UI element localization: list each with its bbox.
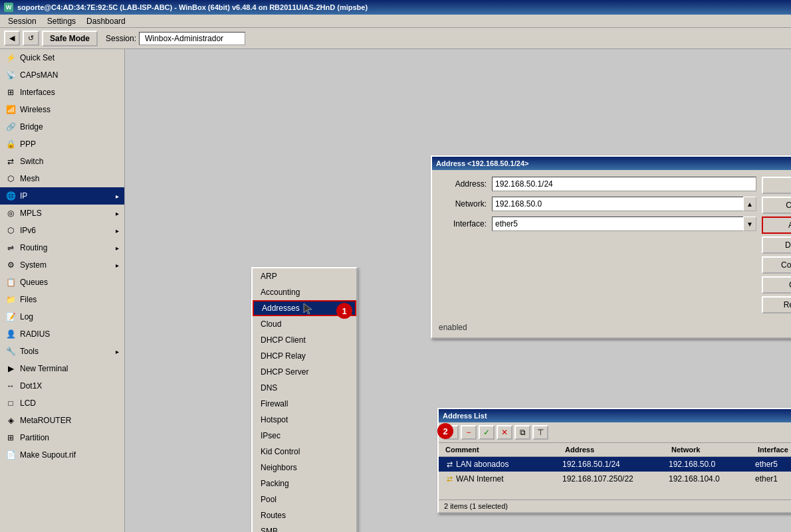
header-comment[interactable]: Comment xyxy=(443,444,562,455)
sidebar-item-make-supout[interactable]: 📄 Make Supout.rif xyxy=(0,446,124,464)
refresh-button[interactable]: ↺ xyxy=(23,31,39,46)
sidebar-label-switch: Switch xyxy=(20,157,43,166)
interface-dropdown-btn[interactable]: ▼ xyxy=(743,217,756,231)
sidebar-item-dot1x[interactable]: ↔ Dot1X xyxy=(0,377,124,395)
sidebar-item-capsman[interactable]: 📡 CAPsMAN xyxy=(0,66,124,84)
remove-button[interactable]: Remove xyxy=(762,296,791,313)
menu-session[interactable]: Session xyxy=(3,15,42,27)
menu-dashboard[interactable]: Dashboard xyxy=(81,15,131,27)
sidebar-label-capsman: CAPsMAN xyxy=(20,70,58,80)
ok-button[interactable]: OK xyxy=(762,177,791,194)
submenu-cloud[interactable]: Cloud xyxy=(253,316,356,332)
sidebar-item-quick-set[interactable]: ⚡ Quick Set xyxy=(0,49,124,66)
disable-list-button[interactable]: ✕ xyxy=(497,425,512,440)
comment-button[interactable]: Comment xyxy=(762,256,791,274)
sidebar-item-ipv6[interactable]: ⬡ IPv6 xyxy=(0,222,124,239)
sidebar-label-system: System xyxy=(20,260,47,270)
submenu-dhcp-client[interactable]: DHCP Client xyxy=(253,332,356,348)
sidebar-item-mesh[interactable]: ⬡ Mesh xyxy=(0,170,124,187)
copy-list-button[interactable]: ⧉ xyxy=(514,425,530,440)
app-icon: W xyxy=(4,3,13,12)
sidebar-item-mpls[interactable]: ◎ MPLS xyxy=(0,205,124,222)
cancel-button[interactable]: Cancel xyxy=(762,197,791,214)
interfaces-icon: ⊞ xyxy=(5,87,16,98)
sidebar-item-interfaces[interactable]: ⊞ Interfaces xyxy=(0,84,124,101)
sidebar-label-metarouter: MetaROUTER xyxy=(20,416,71,425)
content-area: ARP Accounting Addresses Cloud DHCP Clie… xyxy=(125,49,791,532)
disable-button[interactable]: Disable xyxy=(762,236,791,254)
back-button[interactable]: ◀ xyxy=(4,31,20,46)
table-row[interactable]: ⇄ WAN Internet 192.168.107.250/22 192.16… xyxy=(439,472,791,486)
row-network-2: 192.168.104.0 xyxy=(669,474,755,484)
sidebar-label-lcd: LCD xyxy=(20,399,36,408)
submenu-dns[interactable]: DNS xyxy=(253,380,356,396)
addrlist-title: Address List xyxy=(441,412,791,420)
network-dropdown-btn[interactable]: ▲ xyxy=(743,197,756,211)
svg-marker-0 xyxy=(304,304,312,314)
sidebar-item-system[interactable]: ⚙ System xyxy=(0,256,124,274)
address-input[interactable]: 192.168.50.1/24 xyxy=(492,177,756,191)
submenu-smb[interactable]: SMB xyxy=(253,523,356,532)
header-address[interactable]: Address xyxy=(562,444,669,455)
copy-button[interactable]: Copy xyxy=(762,276,791,294)
sidebar-item-switch[interactable]: ⇄ Switch xyxy=(0,153,124,170)
title-bar: W soporte@C4:AD:34:7E:92:5C (LAB-ISP-ABC… xyxy=(0,0,791,15)
table-row[interactable]: ⇄ LAN abonados 192.168.50.1/24 192.168.5… xyxy=(439,457,791,472)
network-input[interactable] xyxy=(492,197,743,211)
sidebar-label-mesh: Mesh xyxy=(20,174,39,183)
sidebar-item-tools[interactable]: 🔧 Tools xyxy=(0,343,124,360)
sidebar-item-metarouter[interactable]: ◈ MetaROUTER xyxy=(0,412,124,429)
sidebar-item-queues[interactable]: 📋 Queues xyxy=(0,274,124,291)
sidebar-item-bridge[interactable]: 🔗 Bridge xyxy=(0,118,124,135)
submenu-dhcp-relay[interactable]: DHCP Relay xyxy=(253,348,356,364)
submenu-arp[interactable]: ARP xyxy=(253,268,356,284)
safe-mode-button[interactable]: Safe Mode xyxy=(42,31,98,46)
interface-field-container: ▼ xyxy=(492,217,756,231)
sidebar-item-ppp[interactable]: 🔒 PPP xyxy=(0,135,124,153)
sidebar-label-queues: Queues xyxy=(20,278,48,287)
sidebar-item-log[interactable]: 📝 Log xyxy=(0,308,124,325)
sidebar: ⚡ Quick Set 📡 CAPsMAN ⊞ Interfaces 📶 Wir… xyxy=(0,49,125,532)
submenu-hotspot[interactable]: Hotspot xyxy=(253,412,356,428)
cursor-icon xyxy=(302,302,314,314)
sidebar-label-ipv6: IPv6 xyxy=(20,226,36,235)
submenu-accounting[interactable]: Accounting xyxy=(253,284,356,300)
sidebar-item-ip[interactable]: 🌐 IP xyxy=(0,187,124,205)
sidebar-label-routing: Routing xyxy=(20,243,47,252)
sidebar-item-new-terminal[interactable]: ▶ New Terminal xyxy=(0,360,124,377)
addr-dialog-title: Address <192.168.50.1/24> xyxy=(435,159,791,167)
sidebar-item-files[interactable]: 📁 Files xyxy=(0,291,124,308)
submenu-dhcp-server[interactable]: DHCP Server xyxy=(253,364,356,380)
sidebar-item-lcd[interactable]: □ LCD xyxy=(0,395,124,412)
sidebar-item-wireless[interactable]: 📶 Wireless xyxy=(0,101,124,118)
submenu-kid-control[interactable]: Kid Control xyxy=(253,444,356,460)
apply-button[interactable]: Apply xyxy=(762,217,791,234)
header-interface[interactable]: Interface xyxy=(755,444,791,455)
network-field-row: Network: ▲ xyxy=(439,197,756,211)
row-interface-1: ether5 xyxy=(755,460,791,469)
sidebar-label-interfaces: Interfaces xyxy=(20,88,55,97)
sidebar-label-ip: IP xyxy=(20,191,27,201)
submenu-packing[interactable]: Packing xyxy=(253,476,356,491)
sidebar-item-routing[interactable]: ⇌ Routing xyxy=(0,239,124,256)
address-label: Address: xyxy=(439,179,492,189)
sidebar-item-radius[interactable]: 👤 RADIUS xyxy=(0,325,124,343)
submenu-routes[interactable]: Routes xyxy=(253,507,356,523)
submenu-firewall[interactable]: Firewall xyxy=(253,396,356,412)
submenu-ipsec[interactable]: IPsec xyxy=(253,428,356,444)
submenu-neighbors[interactable]: Neighbors xyxy=(253,460,356,476)
submenu-pool[interactable]: Pool xyxy=(253,491,356,507)
header-network[interactable]: Network xyxy=(669,444,755,455)
menu-settings[interactable]: Settings xyxy=(42,15,81,27)
interface-input[interactable] xyxy=(492,217,743,231)
addr-dialog-buttons: OK Cancel Apply Disable Comment Copy Rem… xyxy=(762,177,791,313)
delete-button[interactable]: − xyxy=(461,425,477,440)
bridge-icon: 🔗 xyxy=(5,122,16,132)
enable-button[interactable]: ✓ xyxy=(479,425,495,440)
sidebar-item-partition[interactable]: ⊞ Partition xyxy=(0,429,124,446)
main-area: ⚡ Quick Set 📡 CAPsMAN ⊞ Interfaces 📶 Wir… xyxy=(0,49,791,532)
row-icon-lan: ⇄ xyxy=(443,460,456,469)
filter-button[interactable]: ⊤ xyxy=(532,425,548,440)
sidebar-label-log: Log xyxy=(20,312,33,321)
sidebar-label-wireless: Wireless xyxy=(20,105,51,114)
